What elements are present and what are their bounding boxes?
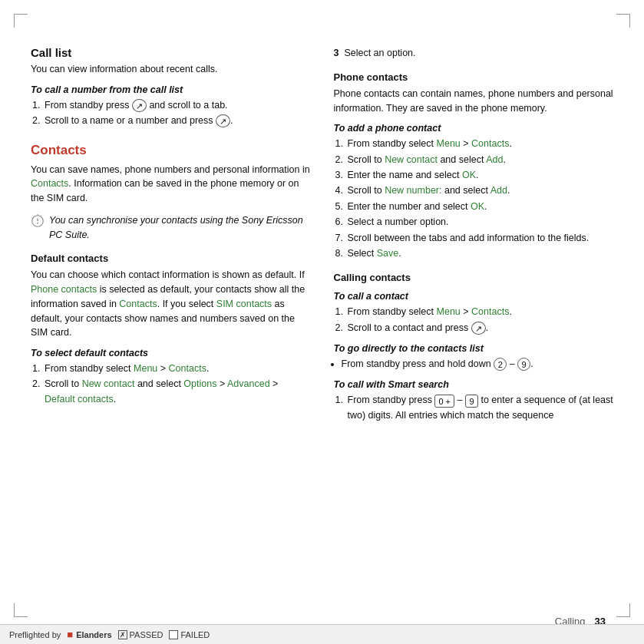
call-contact-heading: To call a contact <box>334 291 614 302</box>
elanders-logo: ■ Elanders <box>67 629 111 640</box>
add-step-4: Scroll to New number: and select Add. <box>346 183 614 198</box>
call-list-heading: Call list <box>31 46 311 59</box>
go-direct-heading: To go directly to the contacts list <box>334 343 614 354</box>
smart-search-step-1: From standby press 0 + – 9 to enter a se… <box>346 393 614 423</box>
tip-section: You can synchronise your contacts using … <box>31 213 311 243</box>
svg-line-4 <box>41 215 41 216</box>
passed-indicator: ✗ PASSED <box>118 630 163 639</box>
call-contact-step-2: Scroll to a contact and press ↗. <box>346 321 614 335</box>
sim-contacts-link: SIM contacts <box>216 299 272 309</box>
menu-link-1: Menu <box>134 363 157 374</box>
add-step-6: Select a number option. <box>346 215 614 230</box>
smart-search-steps: From standby press 0 + – 9 to enter a se… <box>346 393 614 423</box>
add-step-1: From standby select Menu > Contacts. <box>346 137 614 151</box>
add-step-3: Enter the name and select OK. <box>346 168 614 183</box>
key-9: 9 <box>517 358 530 371</box>
new-number-link: New number: <box>385 185 441 196</box>
call-list-section: Call list You can view information about… <box>31 46 311 129</box>
contacts-link-r2: Contacts <box>471 306 509 317</box>
call-list-body: You can view information about recent ca… <box>31 62 311 77</box>
contacts-link-2: Contacts <box>119 299 157 309</box>
phone-contacts-section: Phone contacts Phone contacts can contai… <box>334 71 614 262</box>
right-column: 3 Select an option. Phone contacts Phone… <box>334 31 614 602</box>
select-default-steps: From standby select Menu > Contacts. Scr… <box>43 362 311 407</box>
main-content: Call list You can view information about… <box>31 31 613 602</box>
default-contacts-heading: Default contacts <box>31 253 311 264</box>
phone-contacts-link: Phone contacts <box>31 284 97 295</box>
call-list-italic-heading: To call a number from the call list <box>31 84 311 95</box>
default-contacts-link: Default contacts <box>45 394 114 405</box>
corner-mark-tl <box>14 14 28 28</box>
new-contact-link-r: New contact <box>385 154 438 165</box>
page: Call list You can view information about… <box>0 0 644 644</box>
add-step-2: Scroll to New contact and select Add. <box>346 153 614 167</box>
smart-search-heading: To call with Smart search <box>334 379 614 390</box>
add-link-2: Add <box>490 185 507 196</box>
tip-text: You can synchronise your contacts using … <box>49 213 311 243</box>
call-list-step-1: From standby press ↗ and scroll to a tab… <box>43 98 311 113</box>
key-9r: 9 <box>465 395 478 408</box>
default-contacts-section: Default contacts You can choose which co… <box>31 253 311 407</box>
passed-label: PASSED <box>130 630 163 639</box>
svg-point-2 <box>37 223 38 224</box>
call-key-r: ↗ <box>471 322 486 335</box>
advanced-link: Advanced <box>227 378 270 389</box>
step3-label: 3 Select an option. <box>334 46 614 61</box>
call-contact-step-1: From standby select Menu > Contacts. <box>346 305 614 319</box>
failed-label: FAILED <box>180 630 210 639</box>
call-key-2: ↗ <box>216 114 230 127</box>
ok-link-2: OK <box>471 201 484 212</box>
add-link-1: Add <box>486 154 503 165</box>
menu-link-r2: Menu <box>437 306 461 317</box>
corner-mark-br <box>616 603 630 617</box>
go-direct-list: From standby press and hold down 2 – 9. <box>342 357 614 372</box>
contacts-body: You can save names, phone numbers and pe… <box>31 163 311 206</box>
preflighted-label: Preflighted by <box>9 630 61 639</box>
failed-checkbox <box>169 630 178 639</box>
phone-contacts-heading: Phone contacts <box>334 71 614 83</box>
add-phone-contact-steps: From standby select Menu > Contacts. Scr… <box>346 137 614 261</box>
preflighted-bar: Preflighted by ■ Elanders ✗ PASSED FAILE… <box>0 624 644 644</box>
failed-indicator: FAILED <box>169 630 210 639</box>
key-2: 2 <box>494 358 507 371</box>
menu-link-r1: Menu <box>437 138 461 149</box>
options-link: Options <box>183 378 216 389</box>
new-contact-link-1: New contact <box>82 378 135 389</box>
phone-contacts-body: Phone contacts can contain names, phone … <box>334 87 614 116</box>
add-step-7: Scroll between the tabs and add informat… <box>346 231 614 246</box>
contacts-link-1: Contacts <box>31 178 68 189</box>
tip-icon <box>31 214 45 228</box>
elanders-icon: ■ <box>67 629 73 640</box>
key-0plus: 0 + <box>434 395 454 408</box>
contacts-link-r1: Contacts <box>471 138 509 149</box>
add-step-5: Enter the number and select OK. <box>346 200 614 214</box>
select-default-italic-heading: To select default contacts <box>31 348 311 358</box>
call-contact-steps: From standby select Menu > Contacts. Scr… <box>346 305 614 335</box>
elanders-name: Elanders <box>76 630 111 639</box>
corner-mark-tr <box>616 14 630 28</box>
corner-mark-bl <box>14 603 28 617</box>
calling-contacts-heading: Calling contacts <box>334 272 614 283</box>
left-column: Call list You can view information about… <box>31 31 311 602</box>
call-list-step-2: Scroll to a name or a number and press ↗… <box>43 114 311 128</box>
select-default-step-1: From standby select Menu > Contacts. <box>43 362 311 376</box>
default-contacts-body: You can choose which contact information… <box>31 268 311 340</box>
go-direct-item: From standby press and hold down 2 – 9. <box>342 357 614 372</box>
calling-contacts-section: Calling contacts To call a contact From … <box>334 272 614 423</box>
call-key-1: ↗ <box>132 99 147 112</box>
add-step-8: Select Save. <box>346 246 614 261</box>
save-link: Save <box>377 248 399 259</box>
call-list-steps: From standby press ↗ and scroll to a tab… <box>43 98 311 129</box>
svg-line-5 <box>31 217 32 218</box>
passed-checkbox: ✗ <box>118 630 127 639</box>
add-phone-contact-heading: To add a phone contact <box>334 123 614 134</box>
ok-link-1: OK <box>462 170 476 180</box>
contacts-heading: Contacts <box>31 143 311 158</box>
select-default-step-2: Scroll to New contact and select Options… <box>43 377 311 407</box>
contacts-link-3: Contacts <box>169 363 206 374</box>
